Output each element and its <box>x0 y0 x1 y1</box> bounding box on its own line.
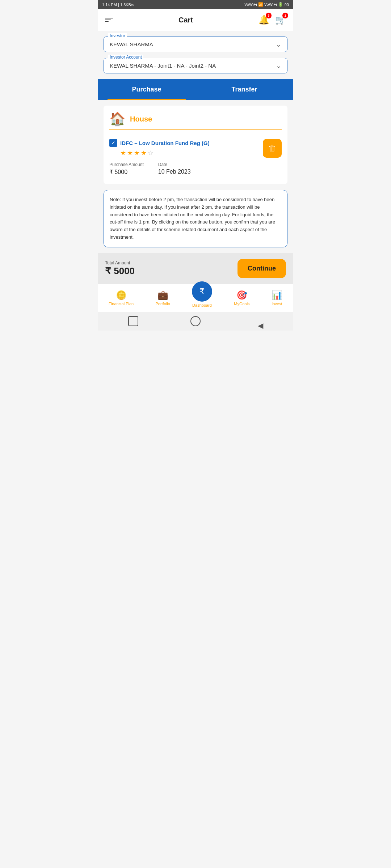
fund-name: IDFC – Low Duration Fund Reg (G) <box>120 140 210 146</box>
date-value: 10 Feb 2023 <box>158 169 191 175</box>
purchase-amount-value: ₹ 5000 <box>109 169 144 175</box>
note-text: Note: If you invest before 2 pm, the tra… <box>110 196 281 241</box>
house-icon: 🏠 <box>109 111 126 127</box>
nav-bar: 🪙 Financial Plan 💼 Portfolio ₹ Dashboard… <box>98 284 293 312</box>
purchase-amount-block: Purchase Amount ₹ 5000 <box>109 162 144 175</box>
fund-details: Purchase Amount ₹ 5000 Date 10 Feb 2023 <box>109 162 282 175</box>
nav-invest[interactable]: 📊 Invest <box>272 290 282 306</box>
investor-account-dropdown[interactable]: Investor Account KEWAL SHARMA - Joint1 -… <box>104 58 287 73</box>
fund-checkbox[interactable]: ✓ <box>109 139 117 147</box>
tab-purchase[interactable]: Purchase <box>98 79 196 100</box>
investor-dropdown[interactable]: Investor KEWAL SHARMA ⌄ <box>104 37 287 52</box>
status-bar: 1:14 PM | 1.3KB/s VoWiFi 📶 VoWiFi 🔋 90 <box>98 0 293 9</box>
investor-dropdown-value: KEWAL SHARMA <box>110 41 281 47</box>
continue-button[interactable]: Continue <box>237 259 286 278</box>
star-3: ★ <box>134 149 140 157</box>
purchase-amount-label: Purchase Amount <box>109 162 144 167</box>
investor-account-label: Investor Account <box>108 55 143 60</box>
total-amount: ₹ 5000 <box>105 265 135 277</box>
bottom-bar: Total Amount ₹ 5000 Continue <box>98 253 293 284</box>
house-section: 🏠 House ✓ IDFC – Low Duration Fund Reg (… <box>104 106 287 184</box>
notification-button[interactable]: 🔔 3 <box>258 15 269 25</box>
section-header: 🏠 House <box>109 111 282 130</box>
mygoals-icon: 🎯 <box>236 290 247 300</box>
fund-info: ✓ IDFC – Low Duration Fund Reg (G) ★ ★ ★… <box>109 139 258 157</box>
financial-plan-label: Financial Plan <box>109 302 134 306</box>
system-home-button[interactable] <box>190 316 201 326</box>
cart-badge: 1 <box>282 13 288 18</box>
star-2: ★ <box>127 149 133 157</box>
section-title: House <box>130 115 152 123</box>
status-right-icons: VoWiFi 📶 VoWiFi 🔋 90 <box>244 2 289 7</box>
date-block: Date 10 Feb 2023 <box>158 162 191 175</box>
fund-check-name: ✓ IDFC – Low Duration Fund Reg (G) <box>109 139 258 147</box>
system-recents-button[interactable] <box>128 316 138 326</box>
star-5-empty: ☆ <box>148 149 154 157</box>
total-label: Total Amount <box>105 260 135 265</box>
total-amount-block: Total Amount ₹ 5000 <box>105 260 135 277</box>
system-navigation: ◀ <box>98 312 293 331</box>
portfolio-label: Portfolio <box>155 302 170 306</box>
main-content: Investor KEWAL SHARMA ⌄ Investor Account… <box>98 31 293 336</box>
star-4: ★ <box>141 149 147 157</box>
invest-label: Invest <box>272 302 282 306</box>
investor-dropdown-arrow: ⌄ <box>276 41 281 48</box>
investor-dropdown-label: Investor <box>108 33 127 38</box>
mygoals-label: MyGoals <box>234 302 249 306</box>
fund-stars: ★ ★ ★ ★ ☆ <box>120 149 258 157</box>
star-1: ★ <box>120 149 126 157</box>
nav-dashboard[interactable]: ₹ Dashboard <box>192 289 212 307</box>
tab-bar: Purchase Transfer <box>98 79 293 100</box>
tab-transfer[interactable]: Transfer <box>196 79 293 100</box>
fund-card: ✓ IDFC – Low Duration Fund Reg (G) ★ ★ ★… <box>109 136 282 178</box>
portfolio-icon: 💼 <box>157 290 168 300</box>
cart-button[interactable]: 🛒 1 <box>275 15 286 25</box>
dashboard-label: Dashboard <box>192 303 212 307</box>
invest-icon: 📊 <box>272 290 282 300</box>
nav-mygoals[interactable]: 🎯 MyGoals <box>234 290 249 306</box>
delete-fund-button[interactable]: 🗑 <box>263 139 282 158</box>
date-label: Date <box>158 162 191 167</box>
dashboard-icon: ₹ <box>199 287 205 296</box>
note-box: Note: If you invest before 2 pm, the tra… <box>104 190 287 247</box>
investor-account-arrow: ⌄ <box>276 62 281 70</box>
nav-portfolio[interactable]: 💼 Portfolio <box>155 290 170 306</box>
dashboard-center-button[interactable]: ₹ <box>192 281 212 302</box>
financial-plan-icon: 🪙 <box>116 290 127 300</box>
page-title: Cart <box>178 16 193 24</box>
status-time-speed: 1:14 PM | 1.3KB/s <box>102 3 134 7</box>
header-action-icons: 🔔 3 🛒 1 <box>258 15 286 25</box>
filter-icon[interactable] <box>105 18 113 22</box>
investor-account-value: KEWAL SHARMA - Joint1 - NA - Joint2 - NA <box>110 63 281 69</box>
nav-financial-plan[interactable]: 🪙 Financial Plan <box>109 290 134 306</box>
system-back-button[interactable]: ◀ <box>258 322 263 329</box>
app-header: Cart 🔔 3 🛒 1 <box>98 9 293 31</box>
fund-header: ✓ IDFC – Low Duration Fund Reg (G) ★ ★ ★… <box>109 139 282 158</box>
notification-badge: 3 <box>266 13 272 18</box>
